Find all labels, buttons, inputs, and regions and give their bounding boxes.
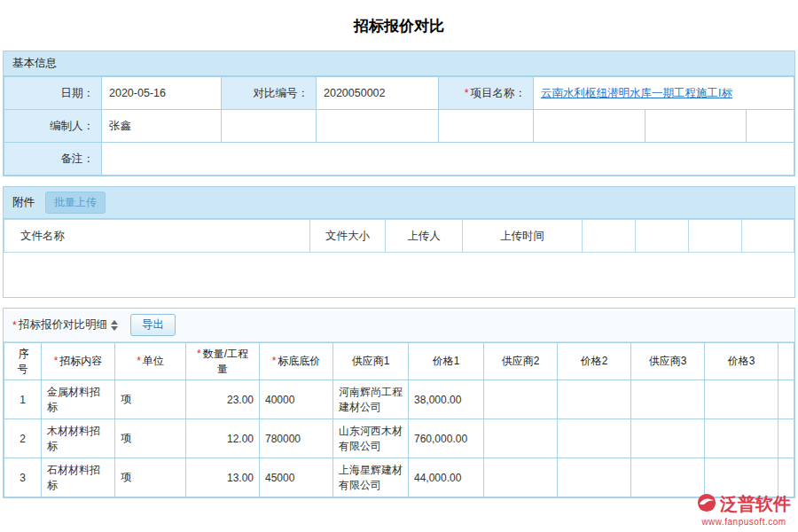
remark-label: 备注： (4, 143, 102, 176)
fanpu-brand-text: 泛普软件 (720, 492, 791, 516)
cell-base-price: 40000 (260, 380, 333, 419)
cell-base-price: 45000 (260, 458, 333, 497)
cell-price3 (705, 380, 778, 419)
fanpu-website: www.fanpusoft.com (697, 517, 791, 527)
col-header-supplier3: 供应商3 (631, 343, 705, 380)
table-row: 1 金属材料招标 项 23.00 40000 河南辉尚工程建材公司 38,000… (4, 380, 794, 419)
cell-supplier2 (484, 419, 558, 458)
empty-cell (317, 110, 439, 143)
col-header-supplier1: 供应商1 (333, 343, 409, 380)
cell-seq: 3 (4, 458, 42, 497)
project-name-link[interactable]: 云南水利枢纽潜明水库一期工程施工I标 (541, 87, 732, 99)
cell-content: 金属材料招标 (42, 380, 115, 419)
project-name-cell: 云南水利枢纽潜明水库一期工程施工I标 (534, 77, 794, 110)
empty-cell (439, 110, 534, 143)
basic-info-panel: 基本信息 日期： 2020-05-16 对比编号： 2020050002 *项目… (3, 51, 795, 176)
table-row: 3 石材材料招标 项 13.00 45000 上海星辉建材有限公司 44,000… (4, 458, 794, 497)
cell-supplier1: 山东河西木材有限公司 (333, 419, 409, 458)
cell-supplier1: 上海星辉建材有限公司 (333, 458, 409, 497)
details-header-row: 序号 *招标内容 *单位 *数量/工程量 *标底底价 供应商1 价格1 供应商2… (4, 343, 794, 380)
sort-icon[interactable] (111, 320, 118, 331)
col-header-seq: 序号 (4, 343, 42, 380)
cell-supplier3 (631, 380, 705, 419)
fanpu-logo-icon (697, 493, 716, 515)
cell-unit: 项 (115, 419, 186, 458)
required-asterisk: * (12, 319, 17, 332)
batch-upload-button[interactable]: 批量上传 (45, 192, 106, 214)
attachments-header: 附件 批量上传 (4, 187, 794, 219)
attach-col-empty (689, 220, 742, 253)
empty-cell (534, 110, 645, 143)
cell-qty: 13.00 (186, 458, 260, 497)
cell-filler (778, 458, 794, 497)
attach-col-empty (583, 220, 636, 253)
col-header-content: *招标内容 (42, 343, 115, 380)
cell-filler (778, 380, 794, 419)
required-asterisk: * (465, 87, 469, 99)
fanpu-watermark: 泛普软件 www.fanpusoft.com (697, 492, 791, 527)
cell-content: 木材材料招标 (42, 419, 115, 458)
compiler-value: 张鑫 (102, 110, 222, 143)
cell-supplier2 (484, 380, 558, 419)
cell-price1: 760,000.00 (409, 419, 484, 458)
cell-seq: 2 (4, 419, 42, 458)
attachments-table: 文件名称 文件大小 上传人 上传时间 (4, 219, 794, 253)
cell-content: 石材材料招标 (42, 458, 115, 497)
attachments-section-title: 附件 (12, 195, 35, 210)
date-label: 日期： (4, 77, 102, 110)
cell-filler (778, 419, 794, 458)
attach-col-filename: 文件名称 (4, 220, 310, 253)
cell-supplier3 (631, 458, 705, 497)
col-header-supplier2: 供应商2 (484, 343, 558, 380)
col-header-base-price: *标底底价 (260, 343, 333, 380)
col-header-price3: 价格3 (705, 343, 778, 380)
remark-value (102, 143, 794, 176)
basic-info-table: 日期： 2020-05-16 对比编号： 2020050002 *项目名称： 云… (4, 76, 794, 176)
cell-price2 (558, 380, 631, 419)
table-row: 2 木材材料招标 项 12.00 780000 山东河西木材有限公司 760,0… (4, 419, 794, 458)
cell-price3 (705, 419, 778, 458)
compiler-label: 编制人： (4, 110, 102, 143)
col-header-filler (778, 343, 794, 380)
details-table: 序号 *招标内容 *单位 *数量/工程量 *标底底价 供应商1 价格1 供应商2… (4, 342, 794, 497)
basic-info-section-title: 基本信息 (4, 51, 794, 76)
empty-cell (747, 110, 794, 143)
col-header-qty: *数量/工程量 (186, 343, 260, 380)
cell-price2 (558, 458, 631, 497)
attach-col-empty (636, 220, 689, 253)
cell-base-price: 780000 (260, 419, 333, 458)
attach-col-uploadtime: 上传时间 (463, 220, 583, 253)
details-panel: * 招标报价对比明细 导出 序号 *招标内容 *单位 *数量/工程量 *标底底价… (3, 308, 795, 498)
cell-qty: 23.00 (186, 380, 260, 419)
compare-no-label: 对比编号： (222, 77, 317, 110)
col-header-price1: 价格1 (409, 343, 484, 380)
attach-col-empty (742, 220, 794, 253)
cell-supplier2 (484, 458, 558, 497)
attachments-panel: 附件 批量上传 文件名称 文件大小 上传人 上传时间 (3, 186, 795, 298)
cell-price2 (558, 419, 631, 458)
details-section-title: 招标报价对比明细 (19, 317, 107, 332)
cell-supplier3 (631, 419, 705, 458)
page-title: 招标报价对比 (0, 0, 798, 51)
col-header-unit: *单位 (115, 343, 186, 380)
attach-col-uploader: 上传人 (386, 220, 463, 253)
project-name-label: *项目名称： (439, 77, 534, 110)
date-value: 2020-05-16 (102, 77, 222, 110)
cell-qty: 12.00 (186, 419, 260, 458)
page: 招标报价对比 基本信息 日期： 2020-05-16 对比编号： 2020050… (0, 0, 798, 532)
cell-supplier1: 河南辉尚工程建材公司 (333, 380, 409, 419)
compare-no-value: 2020050002 (317, 77, 439, 110)
cell-unit: 项 (115, 458, 186, 497)
export-button[interactable]: 导出 (130, 314, 176, 336)
cell-seq: 1 (4, 380, 42, 419)
col-header-price2: 价格2 (558, 343, 631, 380)
cell-price1: 38,000.00 (409, 380, 484, 419)
cell-price3 (705, 458, 778, 497)
attach-col-filesize: 文件大小 (310, 220, 386, 253)
cell-price1: 44,000.00 (409, 458, 484, 497)
empty-cell (222, 110, 317, 143)
attachments-empty-body (4, 253, 794, 297)
cell-unit: 项 (115, 380, 186, 419)
details-header: * 招标报价对比明细 导出 (4, 309, 794, 342)
empty-cell (645, 110, 747, 143)
